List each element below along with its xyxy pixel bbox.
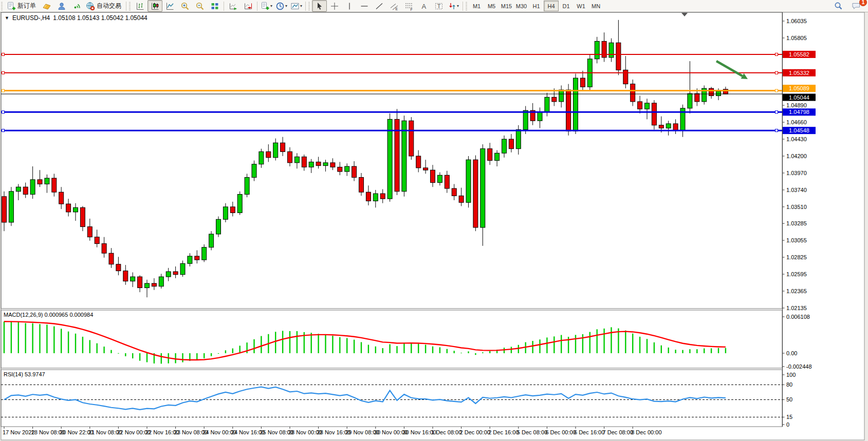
toolbar-grip (1, 2, 3, 10)
vertical-line-button[interactable] (342, 0, 357, 12)
gold-nugget-icon (42, 2, 51, 11)
svg-text:0.00: 0.00 (786, 350, 797, 356)
auto-scroll-icon (229, 2, 238, 11)
equidistant-channel-button[interactable]: E (386, 0, 401, 12)
svg-text:1.05805: 1.05805 (786, 35, 807, 41)
svg-text:2 Dec 16:00: 2 Dec 16:00 (488, 429, 519, 435)
svg-text:A: A (421, 3, 426, 10)
chart-ohlc-values: 1.05108 1.05143 1.05042 1.05044 (53, 14, 147, 22)
horizontal-line-icon (360, 2, 369, 11)
timeframe-button-mn[interactable]: MN (588, 1, 603, 11)
vertical-line-icon (345, 2, 354, 11)
line-chart-icon (165, 2, 175, 11)
signal-button[interactable] (69, 0, 84, 12)
rsi-indicator-label: RSI(14) 53.9747 (4, 371, 45, 377)
price-tag: 1.04548 (783, 127, 816, 134)
toolbar-separator (463, 2, 463, 11)
svg-text:1.02135: 1.02135 (786, 305, 807, 311)
text-button[interactable]: A (416, 0, 431, 12)
svg-text:1.05582: 1.05582 (789, 51, 809, 57)
templates-button[interactable]: ▾ (289, 0, 304, 12)
crosshair-button[interactable] (327, 0, 342, 12)
new-order-button[interactable]: 新订单 (5, 0, 39, 12)
text-label-button[interactable]: T (431, 0, 446, 12)
svg-text:1.06035: 1.06035 (786, 18, 807, 24)
fibonacci-button[interactable]: F (401, 0, 416, 12)
collapse-chart-icon[interactable]: ▼ (5, 15, 9, 21)
toolbar-grip (129, 2, 131, 10)
periods-button[interactable]: ▾ (274, 0, 289, 12)
tile-windows-icon (210, 2, 219, 11)
svg-text:F: F (410, 7, 412, 11)
chart-title-bar: ▼ EURUSD-,H4 1.05108 1.05143 1.05042 1.0… (5, 14, 147, 22)
svg-text:1.02595: 1.02595 (786, 271, 807, 277)
cursor-button[interactable] (312, 0, 327, 12)
auto-scroll-button[interactable] (226, 0, 241, 12)
template-chart-icon (290, 2, 300, 11)
autotrading-label: 自动交易 (97, 2, 121, 10)
chart-canvas[interactable]: 1.060351.058051.048901.046601.044301.042… (0, 12, 868, 441)
new-order-label: 新订单 (17, 2, 36, 10)
svg-text:1.05044: 1.05044 (789, 94, 809, 101)
chart-symbol-period: EURUSD-,H4 (12, 14, 50, 22)
svg-text:8 Dec 00:00: 8 Dec 00:00 (631, 429, 661, 435)
timeframe-button-m30[interactable]: M30 (514, 1, 529, 11)
toolbar-separator (126, 2, 126, 11)
timeframe-button-d1[interactable]: D1 (559, 1, 574, 11)
candlestick-chart-button[interactable] (147, 0, 162, 12)
search-button[interactable] (831, 0, 846, 12)
svg-text:-0.002448: -0.002448 (786, 363, 812, 370)
timeframe-button-m5[interactable]: M5 (484, 1, 499, 11)
chevron-down-icon: ▾ (270, 4, 272, 8)
svg-text:1.05332: 1.05332 (789, 70, 809, 76)
zoom-in-button[interactable] (177, 0, 192, 12)
timeframe-button-m1[interactable]: M1 (469, 1, 484, 11)
price-tag: 1.04798 (783, 108, 816, 116)
toolbar-separator (257, 2, 257, 11)
timeframe-button-m15[interactable]: M15 (499, 1, 514, 11)
svg-text:1.03285: 1.03285 (786, 220, 807, 226)
arrows-tool-button[interactable]: ▾ (446, 0, 461, 12)
svg-text:50: 50 (786, 396, 792, 402)
autotrading-button[interactable]: 自动交易 (84, 0, 124, 12)
candlestick-chart-icon (151, 2, 160, 11)
svg-text:2 Dec 00:00: 2 Dec 00:00 (460, 429, 490, 435)
svg-text:1 Dec 08:00: 1 Dec 08:00 (431, 429, 461, 435)
text-label-icon: T (434, 2, 444, 11)
timeframe-button-h4[interactable]: H4 (544, 1, 559, 11)
toolbar-separator (224, 2, 224, 11)
indicators-button[interactable]: ▾ (259, 0, 274, 12)
notifications-button[interactable]: 1 (849, 0, 864, 12)
svg-text:6 Dec 00:00: 6 Dec 00:00 (545, 429, 576, 435)
chart-window-frame (1, 12, 864, 440)
profile-button[interactable] (54, 0, 69, 12)
cursor-arrow-icon (315, 2, 324, 11)
main-toolbar: 新订单 自动交易 (0, 0, 868, 12)
gold-nugget-button[interactable] (39, 0, 54, 12)
svg-text:1.02825: 1.02825 (786, 254, 807, 260)
svg-text:7 Dec 08:00: 7 Dec 08:00 (603, 429, 633, 435)
autotrading-globe-icon (86, 2, 95, 11)
chart-shift-button[interactable] (241, 0, 255, 12)
bar-chart-button[interactable] (133, 0, 147, 12)
svg-text:100: 100 (786, 372, 796, 378)
timeframe-button-h1[interactable]: H1 (529, 1, 544, 11)
tile-windows-button[interactable] (207, 0, 222, 12)
timeframe-button-w1[interactable]: W1 (574, 1, 588, 11)
horizontal-line-button[interactable] (357, 0, 372, 12)
chart-shift-icon (244, 2, 253, 11)
zoom-out-button[interactable] (192, 0, 207, 12)
price-tag: 1.05089 (783, 85, 816, 92)
zoom-in-icon (180, 2, 190, 11)
svg-text:0: 0 (786, 421, 789, 428)
new-order-icon (7, 2, 16, 11)
fibonacci-icon: F (404, 2, 414, 11)
bar-chart-icon (136, 2, 145, 11)
toolbar-separator (305, 2, 306, 11)
crosshair-icon (330, 2, 339, 11)
chevron-down-icon: ▾ (300, 4, 302, 8)
svg-text:1.03740: 1.03740 (786, 187, 807, 193)
trendline-button[interactable] (372, 0, 386, 12)
line-chart-button[interactable] (162, 0, 177, 12)
price-tag: 1.05044 (783, 94, 816, 101)
